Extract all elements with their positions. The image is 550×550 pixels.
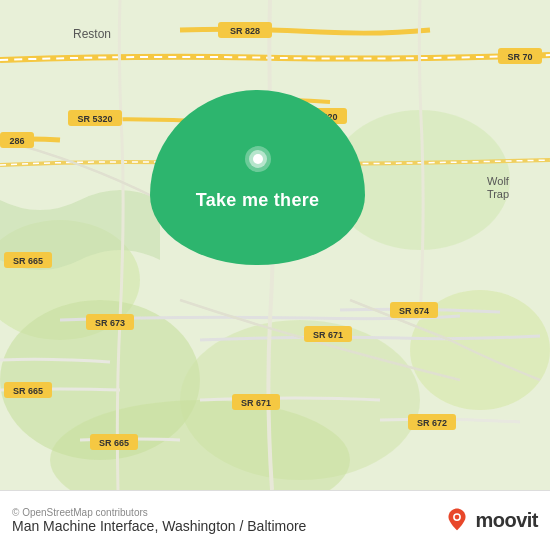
svg-text:SR 674: SR 674 <box>399 306 429 316</box>
moovit-pin-icon <box>443 507 471 535</box>
moovit-brand-text: moovit <box>475 509 538 532</box>
location-title: Man Machine Interface, Washington / Balt… <box>12 518 306 534</box>
svg-text:SR 672: SR 672 <box>417 418 447 428</box>
svg-text:Wolf: Wolf <box>487 175 510 187</box>
location-pin-icon <box>240 144 276 180</box>
footer: © OpenStreetMap contributors Man Machine… <box>0 490 550 550</box>
svg-text:SR 673: SR 673 <box>95 318 125 328</box>
svg-text:Trap: Trap <box>487 188 509 200</box>
svg-text:Reston: Reston <box>73 27 111 41</box>
moovit-logo: moovit <box>443 507 538 535</box>
footer-info: © OpenStreetMap contributors Man Machine… <box>12 507 306 534</box>
take-me-there-button[interactable]: Take me there <box>196 190 320 211</box>
map-container: SR 828 SR 70 286 SR 5320 SR 5320 SR 5320… <box>0 0 550 490</box>
svg-point-42 <box>455 514 460 519</box>
svg-text:SR 665: SR 665 <box>99 438 129 448</box>
svg-text:286: 286 <box>9 136 24 146</box>
svg-text:SR 70: SR 70 <box>507 52 532 62</box>
svg-text:SR 665: SR 665 <box>13 256 43 266</box>
svg-text:SR 828: SR 828 <box>230 26 260 36</box>
svg-text:SR 671: SR 671 <box>241 398 271 408</box>
svg-text:SR 665: SR 665 <box>13 386 43 396</box>
copyright-text: © OpenStreetMap contributors <box>12 507 306 518</box>
svg-text:SR 671: SR 671 <box>313 330 343 340</box>
svg-text:SR 5320: SR 5320 <box>77 114 112 124</box>
